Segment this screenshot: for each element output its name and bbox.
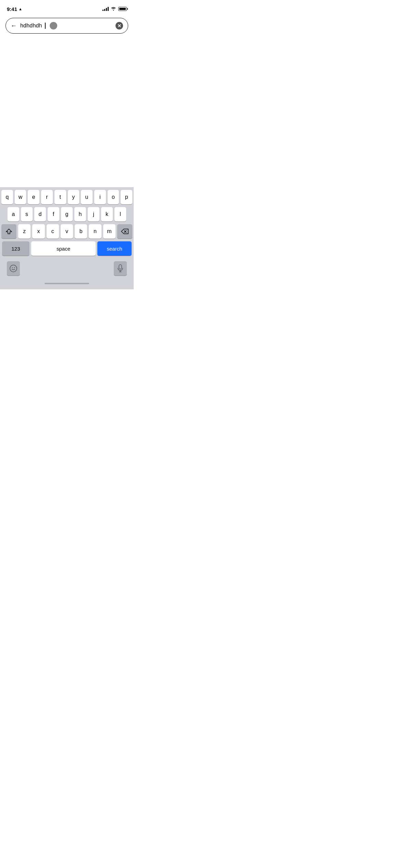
- back-button[interactable]: ←: [11, 22, 17, 29]
- emoji-key[interactable]: [7, 261, 20, 276]
- key-r[interactable]: r: [41, 190, 53, 204]
- key-n[interactable]: n: [89, 224, 101, 239]
- key-m[interactable]: m: [103, 224, 116, 239]
- key-space[interactable]: space: [31, 241, 96, 256]
- clear-button[interactable]: [116, 22, 123, 29]
- dictation-dot: [50, 22, 57, 29]
- signal-bars-icon: [102, 7, 109, 11]
- key-w[interactable]: w: [15, 190, 26, 204]
- search-input-area[interactable]: hdhdhdh: [20, 22, 112, 29]
- key-v[interactable]: v: [61, 224, 73, 239]
- key-a[interactable]: a: [8, 207, 19, 221]
- key-l[interactable]: l: [114, 207, 126, 221]
- key-g[interactable]: g: [61, 207, 73, 221]
- battery-icon: [118, 7, 127, 11]
- key-numbers[interactable]: 123: [2, 241, 29, 256]
- key-search[interactable]: search: [97, 241, 132, 256]
- key-u[interactable]: u: [81, 190, 93, 204]
- key-x[interactable]: x: [32, 224, 45, 239]
- home-indicator-bar: [45, 283, 89, 284]
- search-container: ← hdhdhdh: [0, 15, 134, 38]
- status-time: 9:41 ▲: [7, 6, 22, 12]
- key-h[interactable]: h: [74, 207, 86, 221]
- svg-point-3: [12, 267, 13, 268]
- location-icon: ▲: [19, 7, 22, 11]
- key-c[interactable]: c: [47, 224, 59, 239]
- main-content: [0, 38, 134, 190]
- key-z[interactable]: z: [18, 224, 31, 239]
- search-bar[interactable]: ← hdhdhdh: [5, 18, 128, 34]
- key-e[interactable]: e: [28, 190, 39, 204]
- keyboard-row-3: z x c v b n m: [1, 224, 132, 239]
- keyboard-row-1: q w e r t y u i o p: [1, 190, 132, 204]
- mic-key[interactable]: [114, 261, 127, 276]
- svg-rect-5: [119, 265, 122, 269]
- status-icons: [102, 7, 127, 12]
- key-t[interactable]: t: [54, 190, 66, 204]
- key-k[interactable]: k: [101, 207, 113, 221]
- svg-point-4: [14, 267, 15, 268]
- key-s[interactable]: s: [21, 207, 33, 221]
- key-backspace[interactable]: [117, 224, 132, 239]
- wifi-icon: [111, 7, 116, 12]
- key-f[interactable]: f: [48, 207, 59, 221]
- key-shift[interactable]: [1, 224, 16, 239]
- home-indicator: [1, 278, 132, 289]
- search-input-text: hdhdhdh: [20, 23, 42, 29]
- key-i[interactable]: i: [94, 190, 106, 204]
- key-q[interactable]: q: [1, 190, 13, 204]
- keyboard-row-bottom: 123 space search: [1, 241, 132, 256]
- key-o[interactable]: o: [108, 190, 119, 204]
- keyboard-row-2: a s d f g h j k l: [1, 207, 132, 221]
- text-cursor: [45, 23, 46, 29]
- key-y[interactable]: y: [68, 190, 80, 204]
- svg-point-2: [10, 265, 17, 272]
- key-b[interactable]: b: [75, 224, 87, 239]
- keyboard: q w e r t y u i o p a s d f g h j k l z …: [0, 187, 134, 289]
- key-p[interactable]: p: [121, 190, 132, 204]
- key-j[interactable]: j: [88, 207, 99, 221]
- key-d[interactable]: d: [34, 207, 46, 221]
- keyboard-accessory-row: [1, 258, 132, 278]
- status-bar: 9:41 ▲: [0, 0, 134, 15]
